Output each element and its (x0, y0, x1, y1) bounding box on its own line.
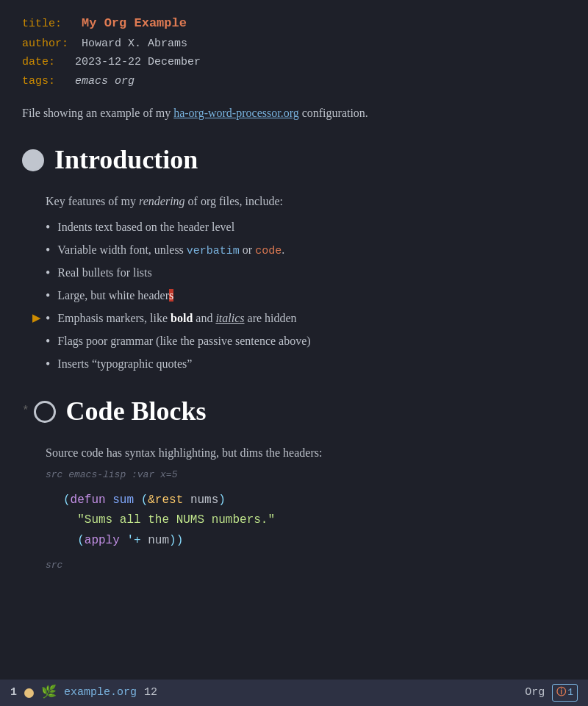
src-label-top: src emacs-lisp :var x=5 (46, 468, 566, 483)
section2-star-prefix: * (22, 402, 29, 421)
meta-tags-line: tags: emacs org (22, 72, 566, 91)
tags-value: emacs org (62, 75, 135, 88)
bullet-dot: • (46, 354, 50, 374)
bullet-dot: • (46, 309, 50, 329)
paren: ( (63, 493, 71, 507)
code-line-3: (apply '+ num)) (63, 531, 566, 551)
bullet-text: Large, but white headers (57, 286, 566, 305)
info-badge: ⓘ 1 (552, 684, 578, 702)
param-num2: num (148, 534, 169, 547)
section1-heading-text: Introduction (54, 139, 198, 182)
bold-text: bold (171, 312, 193, 324)
intro-text-before: File showing an example of my (22, 107, 173, 119)
paren: ) (218, 493, 226, 507)
status-bar: 1 🌿 example.org 12 Org ⓘ 1 (0, 680, 588, 706)
line-number: 1 (10, 684, 17, 702)
info-i: ⓘ (556, 685, 566, 701)
list-item: • Indents text based on the header level (46, 218, 566, 238)
keyword-defun: defun (71, 493, 106, 507)
intro-link[interactable]: ha-org-word-processor.org (173, 107, 298, 119)
meta-date-line: date: 2023-12-22 December (22, 53, 566, 72)
param-nums: nums (190, 493, 218, 507)
italic-text: italics (215, 312, 244, 324)
main-content: title: My Org Example author: Howard X. … (0, 0, 588, 680)
list-item: • Large, but white headers (46, 286, 566, 306)
section2-heading: * Code Blocks (22, 391, 566, 433)
section1-bullet-circle (22, 149, 44, 171)
intro-paragraph: File showing an example of my ha-org-wor… (22, 104, 566, 123)
date-key: date: (22, 56, 55, 68)
source-desc: Source code has syntax highlighting, but… (46, 443, 566, 463)
bullet-dot: • (46, 218, 50, 238)
list-item: • Variable width font, unless verbatim o… (46, 240, 566, 260)
status-right: Org ⓘ 1 (525, 684, 578, 702)
keyword-rest: &rest (148, 493, 183, 507)
bullet-list: • Indents text based on the header level… (46, 218, 566, 374)
status-dot-icon (24, 688, 34, 698)
code-block: (defun sum (&rest nums) "Sums all the NU… (46, 486, 566, 555)
bullet-dot: • (46, 286, 50, 306)
title-value: My Org Example (82, 16, 187, 30)
mode-indicator: Org (525, 684, 545, 702)
section1-heading: Introduction (22, 139, 566, 182)
bullet-dot: • (46, 240, 50, 260)
string-literal: "Sums all the NUMS numbers." (77, 513, 275, 527)
keyword-apply: apply (85, 534, 120, 547)
paren: ( (77, 534, 85, 547)
col-number: 12 (144, 684, 157, 702)
bullet-dot: • (46, 263, 50, 283)
title-key: title: (22, 18, 62, 30)
meta-title-line: title: My Org Example (22, 13, 566, 35)
section2-bullet-circle (34, 401, 56, 423)
paren: )) (169, 534, 183, 547)
info-count: 1 (567, 685, 573, 701)
section2-body: Source code has syntax highlighting, but… (22, 443, 566, 574)
code-text: code (255, 245, 282, 257)
tags-key: tags: (22, 75, 55, 88)
bullet-list-container: • Indents text based on the header level… (46, 218, 566, 374)
section1-body: Key features of my rendering of org file… (22, 192, 566, 375)
bullet-text: Emphasis markers, like bold and italics … (57, 309, 566, 328)
cursor-position: s (169, 289, 173, 302)
author-key: author: (22, 38, 68, 50)
bullet-dot: • (46, 332, 50, 352)
side-arrow-icon: ▶ (32, 309, 41, 327)
quote-plus: '+ (126, 534, 140, 547)
list-item: • Flags poor grammar (like the passive s… (46, 332, 566, 352)
src-label-bottom: src (46, 558, 566, 574)
intro-text-after: configuration. (299, 107, 368, 119)
function-name: sum (112, 493, 134, 507)
bullet-text: Real bullets for lists (57, 263, 566, 282)
paren: ( (141, 493, 148, 507)
code-line-1: (defun sum (&rest nums) (63, 491, 566, 510)
bullet-text: Indents text based on the header level (57, 218, 566, 237)
date-value: 2023-12-22 December (62, 56, 201, 68)
section2-heading-text: Code Blocks (66, 391, 207, 433)
bullet-text: Inserts “typographic quotes” (57, 354, 566, 374)
metadata-block: title: My Org Example author: Howard X. … (22, 13, 566, 90)
filename: example.org (64, 684, 137, 702)
bullet-text: Variable width font, unless verbatim or … (57, 240, 566, 260)
list-item-with-arrow: ▶ • Emphasis markers, like bold and ital… (46, 309, 566, 329)
key-features-intro: Key features of my rendering of org file… (46, 192, 566, 211)
bullet-text: Flags poor grammar (like the passive sen… (57, 332, 566, 351)
author-value: Howard X. Abrams (75, 38, 187, 50)
emacs-icon: 🌿 (41, 682, 57, 702)
list-item: • Inserts “typographic quotes” (46, 354, 566, 374)
code-line-2: "Sums all the NUMS numbers." (63, 510, 566, 530)
verbatim-text: verbatim (187, 245, 240, 257)
meta-author-line: author: Howard X. Abrams (22, 35, 566, 54)
list-item: • Real bullets for lists (46, 263, 566, 283)
